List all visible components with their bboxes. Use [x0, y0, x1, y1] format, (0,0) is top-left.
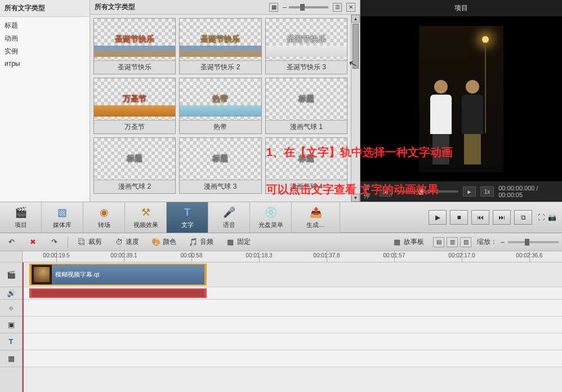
next-frame-icon[interactable]: ►	[463, 186, 475, 197]
storyboard-toggle[interactable]: ▦故事板	[389, 236, 427, 248]
loop-button[interactable]: ⧉	[514, 210, 532, 225]
view-mode-2[interactable]: ▥	[447, 237, 458, 247]
text-preset[interactable]: 热带热带	[179, 78, 261, 134]
list-view-icon[interactable]: ☰	[333, 3, 342, 12]
play-button[interactable]: ▶	[429, 210, 447, 225]
delete-icon: ✖	[28, 238, 37, 247]
gallery-scrollbar[interactable]: ▲ ▼	[351, 15, 360, 202]
folder-icon: ▧	[56, 206, 69, 219]
view-mode-1[interactable]: ▤	[433, 237, 444, 247]
redo-icon: ↷	[50, 238, 59, 247]
delete-button[interactable]: ✖	[25, 237, 41, 248]
ruler-tick-label: 00:02:36.6	[516, 252, 542, 259]
transition-track[interactable]	[23, 300, 562, 317]
video-track-head[interactable]: 🎬	[0, 262, 22, 287]
text-gallery-panel: 所有文字类型 ▦ – ☰ ✕ 圣诞节快乐圣诞节快乐圣诞节快乐圣诞节快乐 2圣诞节…	[90, 0, 360, 202]
playhead[interactable]	[23, 262, 24, 392]
text-preset[interactable]: 圣诞节快乐圣诞节快乐 2	[179, 18, 261, 74]
undo-icon: ↶	[7, 238, 16, 247]
audio-track[interactable]	[23, 287, 562, 300]
tab-media-library[interactable]: ▧ 媒体库	[42, 202, 83, 233]
thumbnail-size-slider[interactable]: –	[283, 3, 328, 11]
tab-produce[interactable]: 📤 生成…	[292, 202, 340, 233]
speed-button[interactable]: ⏱速度	[111, 236, 142, 248]
ruler-tick-label: 00:00:58	[181, 252, 203, 259]
grid-view-icon[interactable]: ▦	[269, 3, 278, 12]
ruler-tick-label: 00:01:37.8	[313, 252, 340, 259]
prev-button[interactable]: ⏮	[471, 210, 489, 225]
stabilize-icon: ▦	[226, 238, 235, 247]
next-button[interactable]: ⏭	[493, 210, 511, 225]
zoom-out-icon[interactable]: –	[501, 238, 505, 246]
preset-caption: 热带	[180, 120, 261, 133]
scroll-thumb[interactable]	[353, 24, 359, 69]
preview-viewport[interactable]	[360, 16, 562, 181]
stabilize-button[interactable]: ▦固定	[222, 236, 254, 248]
sidebar-item-2[interactable]: 实例	[0, 45, 90, 58]
video-track[interactable]: 模糊视频字幕.qt	[23, 262, 562, 287]
audio-clip[interactable]	[29, 288, 207, 298]
preview-panel: 项目 暂停 ◄ ► 1x 00:00:00.000 / 00:00:05	[360, 0, 562, 202]
timeline: 00:00:19.500:00:39.100:00:5800:01:18.300…	[0, 251, 562, 392]
undo-button[interactable]: ↶	[3, 237, 19, 248]
snapshot-button[interactable]: 📷	[548, 213, 556, 221]
timeline-ruler[interactable]: 00:00:19.500:00:39.100:00:5800:01:18.300…	[23, 251, 562, 262]
speed-indicator[interactable]: 1x	[480, 186, 494, 197]
audio-track-head[interactable]: 🔊	[0, 287, 22, 300]
text-preset[interactable]: 标题漫画气球 4	[265, 137, 347, 194]
speed-icon: ⏱	[114, 238, 123, 247]
scroll-down-icon[interactable]: ▼	[351, 194, 360, 202]
crop-icon: ⿻	[77, 238, 86, 247]
overlay-track[interactable]	[23, 317, 562, 333]
sidebar-item-1[interactable]: 动画	[0, 32, 90, 45]
fullscreen-button[interactable]: ⛶	[538, 213, 545, 221]
zoom-slider[interactable]	[508, 241, 559, 243]
extra-track-head[interactable]: ▦	[0, 350, 22, 367]
video-clip[interactable]: 模糊视频字幕.qt	[29, 264, 207, 286]
tab-transition[interactable]: ◉ 转场	[83, 202, 125, 233]
text-track-head[interactable]: T	[0, 333, 22, 350]
clip-name: 模糊视频字幕.qt	[55, 270, 99, 279]
text-preset[interactable]: 圣诞节快乐圣诞节快乐 3	[265, 18, 347, 74]
preview-status: 暂停	[364, 183, 375, 200]
text-preset[interactable]: 圣诞节快乐圣诞节快乐	[93, 18, 176, 74]
preset-caption: 漫画气球 1	[266, 120, 347, 133]
sidebar-item-3[interactable]: итры	[0, 58, 90, 69]
tab-voice[interactable]: 🎤 语音	[208, 202, 250, 233]
wand-icon: ⚒	[139, 206, 153, 219]
redo-button[interactable]: ↷	[46, 237, 62, 248]
extra-track[interactable]	[23, 350, 562, 367]
tab-disc-menu[interactable]: 💿 光盘菜单	[250, 202, 292, 233]
tab-project[interactable]: 🎬 项目	[0, 202, 42, 233]
prev-frame-icon[interactable]: ◄	[380, 186, 392, 197]
color-button[interactable]: 🎨颜色	[148, 236, 180, 248]
text-type-sidebar: 所有文字类型 标题动画实例итры	[0, 0, 90, 202]
close-icon[interactable]: ✕	[346, 3, 355, 12]
transition-track-head[interactable]: ⟐	[0, 300, 22, 317]
preset-caption: 漫画气球 4	[266, 180, 347, 193]
sidebar-item-0[interactable]: 标题	[0, 19, 90, 32]
view-mode-3[interactable]: ▧	[460, 237, 471, 247]
preview-timecode: 00:00:00.000 / 00:00:05	[498, 185, 559, 198]
text-preset[interactable]: 标题漫画气球 1	[265, 78, 347, 134]
preset-thumb-text: 万圣节	[123, 94, 146, 104]
text-preset[interactable]: 万圣节万圣节	[93, 78, 176, 134]
text-preset[interactable]: 标题漫画气球 3	[179, 137, 261, 194]
preset-thumb-text: 圣诞节快乐	[115, 34, 154, 44]
tab-text[interactable]: T 文字	[167, 202, 208, 233]
preset-thumb-text: 圣诞节快乐	[287, 34, 326, 44]
scroll-up-icon[interactable]: ▲	[351, 15, 360, 23]
speed-slider[interactable]	[396, 190, 458, 193]
main-toolbar: 🎬 项目 ▧ 媒体库 ◉ 转场 ⚒ 视频效果 T 文字 🎤 语音 💿 光盘菜单 …	[0, 202, 562, 233]
gallery-header-title: 所有文字类型	[95, 2, 265, 12]
text-track[interactable]	[23, 333, 562, 350]
crop-button[interactable]: ⿻裁剪	[74, 236, 105, 248]
text-preset[interactable]: 标题漫画气球 2	[93, 137, 176, 194]
overlay-track-head[interactable]: ▣	[0, 317, 22, 333]
zoom-label: 缩放：	[477, 237, 497, 247]
audio-button[interactable]: 🎵音频	[185, 236, 217, 248]
sidebar-header: 所有文字类型	[0, 0, 90, 17]
tab-video-effect[interactable]: ⚒ 视频效果	[125, 202, 167, 233]
stop-button[interactable]: ■	[450, 210, 468, 225]
preview-video-frame	[419, 26, 503, 172]
